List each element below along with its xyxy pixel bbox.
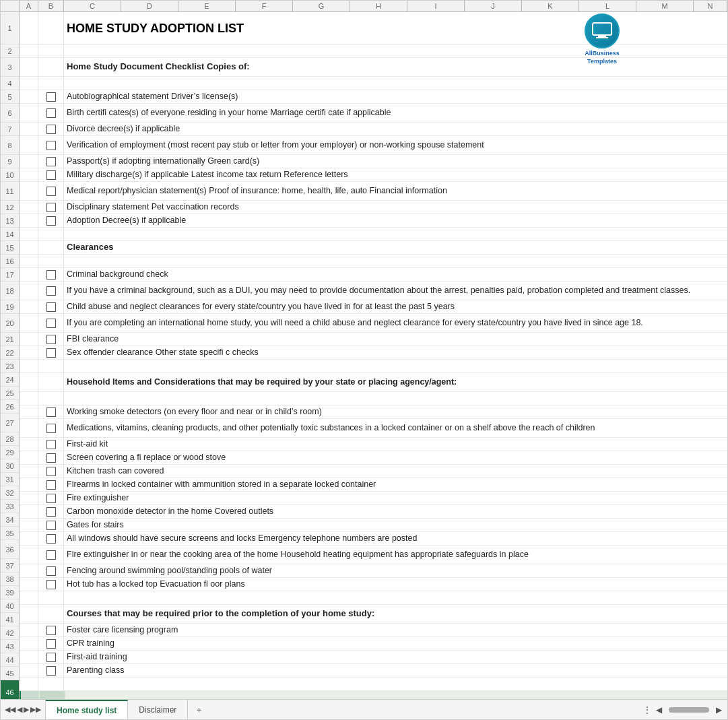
cell-35b — [38, 532, 64, 545]
cell-29a — [20, 451, 38, 464]
row-11: Medical report/physician statement(s) Pr… — [20, 182, 727, 201]
cell-11a — [20, 182, 38, 200]
spreadsheet: A B C D E F G H I J K L M N 1 2 3 4 5 6 … — [0, 0, 728, 720]
cell-17b — [38, 268, 64, 281]
row-num-14: 14 — [1, 228, 19, 241]
cell-15b — [38, 241, 64, 254]
svg-rect-2 — [596, 37, 608, 38]
cell-4main — [64, 82, 727, 85]
row-num-4: 4 — [1, 77, 19, 90]
tab-left-icon[interactable]: ◀ — [17, 705, 22, 714]
row-num-37: 37 — [1, 559, 19, 572]
col-b: B — [38, 1, 64, 11]
row-19: Child abuse and neglect clearances for e… — [20, 300, 727, 314]
tab-add-button[interactable]: ＋ — [188, 700, 210, 719]
row-15: Clearances — [20, 241, 727, 255]
row-32: Fire extinguisher — [20, 492, 727, 505]
cell-7a — [20, 123, 38, 135]
cell-20a — [20, 314, 38, 332]
sheet-content: HOME STUDY ADOPTION LIST Home Study Docu… — [20, 12, 727, 699]
cell-29b — [38, 451, 64, 464]
row-16 — [20, 255, 727, 268]
corner-cell — [1, 1, 20, 11]
row-num-17: 17 — [1, 268, 19, 282]
checkbox-32 — [46, 494, 56, 503]
checkbox-6 — [46, 108, 56, 118]
cell-19b — [38, 300, 64, 313]
tab-right-controls: ⋮ ◀ ▶ — [637, 700, 727, 719]
row-24: Household Items and Considerations that … — [20, 373, 727, 392]
cell-33b — [38, 505, 64, 518]
cell-40b — [38, 605, 64, 623]
cell-46a — [21, 691, 40, 699]
cell-23main — [64, 365, 727, 368]
cell-1a — [20, 12, 38, 44]
checkbox-8 — [46, 141, 56, 150]
disclaimer-note: *This list should be used as an example … — [65, 696, 727, 699]
cell-24a — [20, 373, 38, 391]
cell-6a — [20, 104, 38, 122]
row-num-25: 25 — [1, 387, 19, 400]
row-37: Fencing around swimming pool/standing po… — [20, 564, 727, 578]
cell-36main: Fire extinguisher in or near the cooking… — [64, 548, 727, 561]
row-25 — [20, 392, 727, 405]
col-e: E — [178, 1, 236, 11]
scroll-right-icon[interactable]: ▶ — [716, 705, 722, 715]
cell-22b — [38, 346, 64, 359]
tab-home-study-list[interactable]: Home study list — [46, 700, 128, 719]
cell-12b — [38, 201, 64, 214]
cell-22a — [20, 346, 38, 359]
row-6: Birth certifi cates(s) of everyone resid… — [20, 104, 727, 123]
cell-17a — [20, 268, 38, 281]
scroll-left-icon[interactable]: ◀ — [656, 705, 662, 715]
sheet-title: HOME STUDY ADOPTION LIST — [64, 17, 727, 39]
row-9: Passport(s) if adopting internationally … — [20, 155, 727, 168]
sheet-options-icon[interactable]: ⋮ — [642, 705, 652, 715]
tab-right-right-icon[interactable]: ▶▶ — [30, 705, 41, 714]
checkbox-41 — [46, 626, 56, 635]
cell-10a — [20, 168, 38, 181]
cell-28a — [20, 438, 38, 451]
checkbox-10 — [46, 170, 56, 180]
cell-31b — [38, 478, 64, 491]
cell-21b — [38, 333, 64, 346]
checkbox-22 — [46, 348, 56, 358]
cell-4b — [38, 77, 64, 90]
col-h: H — [350, 1, 407, 11]
logo-line1: AllBusiness — [585, 50, 620, 57]
cell-37main: Fencing around swimming pool/standing po… — [64, 564, 727, 577]
cell-36b — [38, 546, 64, 564]
row-1: HOME STUDY ADOPTION LIST — [20, 12, 727, 44]
row-num-33: 33 — [1, 500, 19, 513]
row-num-26: 26 — [1, 400, 19, 414]
checkbox-28 — [46, 440, 56, 449]
tab-right-icon[interactable]: ▶ — [24, 705, 29, 714]
row-13: Adoption Decree(s) if applicable — [20, 214, 727, 228]
checkbox-21 — [46, 335, 56, 344]
col-j: J — [465, 1, 522, 11]
row-33: Carbon monoxide detector in the home Cov… — [20, 505, 727, 519]
row-3: Home Study Document Checklist Copies of: — [20, 58, 727, 77]
cell-42a — [20, 637, 38, 650]
row-num-32: 32 — [1, 486, 19, 500]
row-num-43: 43 — [1, 640, 19, 653]
checkbox-18 — [46, 286, 56, 296]
cell-28b — [38, 438, 64, 451]
cell-24b — [38, 373, 64, 391]
row-num-8: 8 — [1, 136, 19, 155]
col-l: L — [579, 1, 636, 11]
svg-rect-0 — [593, 23, 611, 35]
cell-26main: Working smoke detectors (on every floor … — [64, 405, 727, 418]
row-num-6: 6 — [1, 104, 19, 123]
cell-34a — [20, 519, 38, 531]
cell-26a — [20, 405, 38, 418]
row-num-16: 16 — [1, 255, 19, 268]
cell-7b — [38, 123, 64, 135]
cell-32b — [38, 492, 64, 504]
tab-left-left-icon[interactable]: ◀◀ — [5, 705, 15, 714]
column-headers: A B C D E F G H I J K L M N — [1, 1, 727, 12]
cell-3a — [20, 58, 38, 76]
tab-disclaimer[interactable]: Disclaimer — [128, 700, 188, 719]
horizontal-scrollbar[interactable] — [666, 707, 712, 713]
row-num-46: 46 — [1, 680, 19, 699]
